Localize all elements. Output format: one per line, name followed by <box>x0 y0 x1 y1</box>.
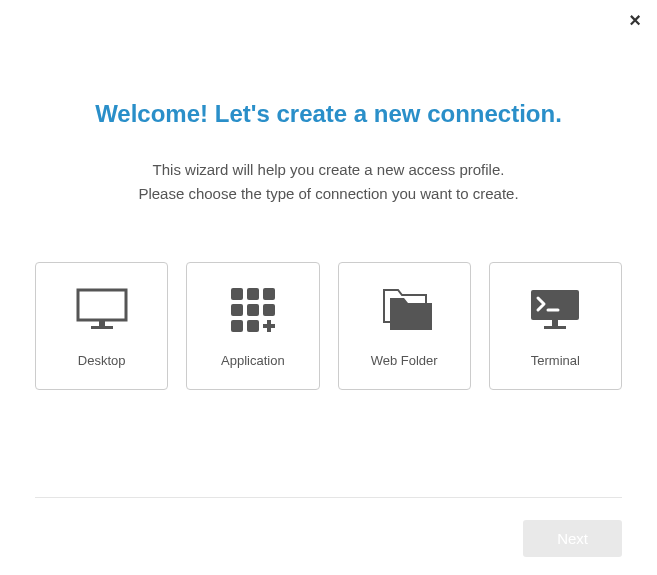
svg-rect-2 <box>91 326 113 329</box>
connection-type-options: Desktop Application <box>35 262 622 390</box>
subtitle-line-1: This wizard will help you create a new a… <box>35 158 622 182</box>
wizard-footer: Next <box>35 497 622 557</box>
svg-rect-5 <box>263 288 275 300</box>
svg-rect-15 <box>552 320 558 326</box>
svg-rect-8 <box>263 304 275 316</box>
svg-rect-12 <box>263 324 275 328</box>
svg-rect-7 <box>247 304 259 316</box>
webfolder-icon <box>376 285 432 335</box>
svg-rect-0 <box>78 290 126 320</box>
option-terminal[interactable]: Terminal <box>489 262 622 390</box>
page-title: Welcome! Let's create a new connection. <box>35 100 622 128</box>
svg-rect-6 <box>231 304 243 316</box>
option-terminal-label: Terminal <box>531 353 580 368</box>
svg-rect-16 <box>544 326 566 329</box>
wizard-content: Welcome! Let's create a new connection. … <box>0 0 657 390</box>
svg-rect-4 <box>247 288 259 300</box>
svg-rect-3 <box>231 288 243 300</box>
subtitle-line-2: Please choose the type of connection you… <box>35 182 622 206</box>
application-icon <box>229 285 277 335</box>
option-webfolder[interactable]: Web Folder <box>338 262 471 390</box>
option-application-label: Application <box>221 353 285 368</box>
svg-rect-13 <box>531 290 579 320</box>
svg-rect-9 <box>231 320 243 332</box>
terminal-icon <box>528 285 582 335</box>
next-button[interactable]: Next <box>523 520 622 557</box>
svg-rect-1 <box>99 320 105 326</box>
option-webfolder-label: Web Folder <box>371 353 438 368</box>
desktop-icon <box>75 285 129 335</box>
close-button[interactable]: × <box>625 6 645 34</box>
option-desktop[interactable]: Desktop <box>35 262 168 390</box>
option-application[interactable]: Application <box>186 262 319 390</box>
option-desktop-label: Desktop <box>78 353 126 368</box>
svg-rect-10 <box>247 320 259 332</box>
